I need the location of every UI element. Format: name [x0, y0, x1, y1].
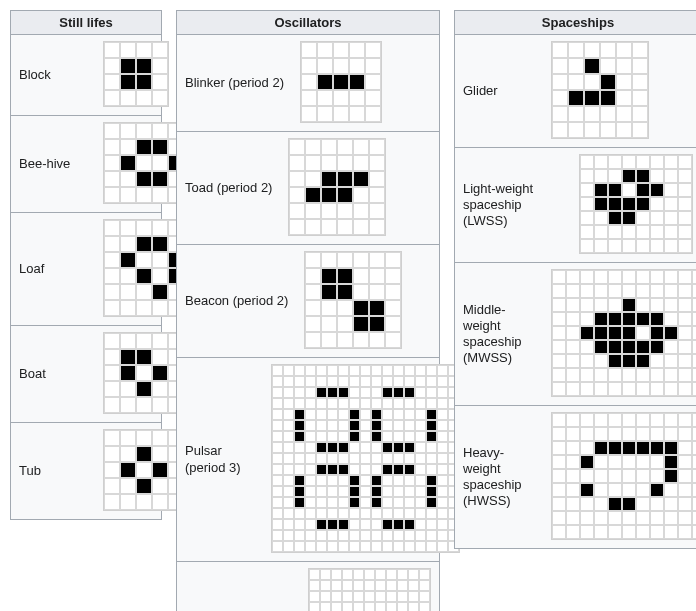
cell-alive [382, 519, 393, 530]
cell-dead [337, 300, 353, 316]
pattern-label: Toad (period 2) [177, 174, 280, 202]
cell-alive [664, 326, 678, 340]
cell-dead [152, 349, 168, 365]
cell-dead [369, 332, 385, 348]
cell-dead [608, 284, 622, 298]
cell-dead [338, 530, 349, 541]
cell-dead [415, 398, 426, 409]
cell-dead [566, 298, 580, 312]
cell-dead [272, 530, 283, 541]
cell-dead [309, 569, 320, 580]
cell-dead [289, 203, 305, 219]
cell-dead [678, 197, 692, 211]
cell-dead [397, 602, 408, 611]
cell-dead [338, 409, 349, 420]
cell-alive [152, 171, 168, 187]
column-oscillators: OscillatorsBlinker (period 2)Toad (perio… [176, 10, 440, 611]
cell-alive [404, 464, 415, 475]
cell-dead [426, 387, 437, 398]
cell-alive [120, 74, 136, 90]
cell-dead [566, 382, 580, 396]
cell-dead [419, 569, 430, 580]
cell-dead [552, 312, 566, 326]
cell-alive [664, 455, 678, 469]
cell-dead [294, 464, 305, 475]
cell-alive [136, 171, 152, 187]
cell-dead [664, 239, 678, 253]
cell-dead [369, 268, 385, 284]
pattern-label: Heavy-weight spaceship (HWSS) [455, 439, 543, 516]
cell-dead [338, 541, 349, 552]
cell-dead [636, 284, 650, 298]
cell-alive [136, 349, 152, 365]
cell-dead [678, 239, 692, 253]
cell-dead [360, 376, 371, 387]
cell-dead [566, 497, 580, 511]
cell-dead [120, 430, 136, 446]
cell-dead [580, 284, 594, 298]
cell-dead [317, 42, 333, 58]
cell-dead [580, 497, 594, 511]
cell-dead [301, 90, 317, 106]
pattern-row: Boat [11, 326, 161, 423]
cell-dead [369, 203, 385, 219]
cell-dead [152, 397, 168, 413]
column-header: Oscillators [177, 10, 439, 35]
cell-dead [600, 122, 616, 138]
cell-dead [353, 187, 369, 203]
cell-dead [385, 332, 401, 348]
cell-alive [600, 90, 616, 106]
cell-dead [678, 225, 692, 239]
cell-dead [360, 497, 371, 508]
cell-dead [580, 354, 594, 368]
cell-dead [650, 413, 664, 427]
cell-dead [152, 187, 168, 203]
cell-dead [584, 106, 600, 122]
cell-dead [393, 365, 404, 376]
cell-dead [136, 333, 152, 349]
cell-dead [353, 591, 364, 602]
cell-dead [664, 211, 678, 225]
cell-alive [120, 252, 136, 268]
cell-dead [437, 431, 448, 442]
cell-dead [272, 519, 283, 530]
cell-dead [608, 155, 622, 169]
cell-dead [152, 123, 168, 139]
cell-dead [305, 252, 321, 268]
cell-dead [104, 236, 120, 252]
cell-dead [316, 365, 327, 376]
cell-dead [622, 368, 636, 382]
cell-alive [321, 268, 337, 284]
cell-alive [152, 284, 168, 300]
pattern-row: Heavy-weight spaceship (HWSS) [455, 406, 696, 548]
cell-dead [305, 508, 316, 519]
cell-dead [650, 298, 664, 312]
cell-dead [608, 469, 622, 483]
cell-dead [419, 602, 430, 611]
cell-dead [360, 420, 371, 431]
cell-dead [393, 453, 404, 464]
cell-dead [608, 169, 622, 183]
cell-dead [369, 219, 385, 235]
cell-dead [594, 368, 608, 382]
cell-dead [104, 90, 120, 106]
cell-dead [552, 497, 566, 511]
cell-dead [152, 446, 168, 462]
cell-dead [415, 541, 426, 552]
cell-dead [678, 469, 692, 483]
cell-dead [692, 298, 696, 312]
cell-dead [650, 497, 664, 511]
cell-dead [120, 123, 136, 139]
cell-alive [580, 455, 594, 469]
cell-alive [327, 464, 338, 475]
cell-alive [321, 284, 337, 300]
cell-alive [594, 183, 608, 197]
cell-dead [566, 469, 580, 483]
cell-dead [338, 365, 349, 376]
cell-dead [678, 211, 692, 225]
cell-dead [104, 300, 120, 316]
cell-dead [316, 497, 327, 508]
cell-alive [650, 441, 664, 455]
cell-dead [104, 446, 120, 462]
cell-dead [580, 427, 594, 441]
